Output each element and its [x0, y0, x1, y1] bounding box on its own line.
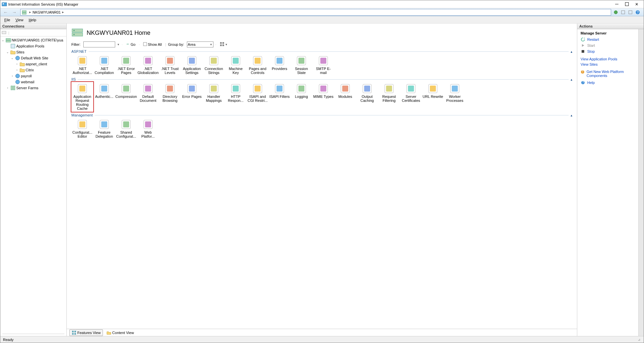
menu-view[interactable]: View	[13, 17, 26, 23]
page-title: NKGWYUANR01 Home	[87, 30, 150, 36]
feature-item[interactable]: URL Rewrite	[422, 82, 444, 100]
feature-item[interactable]: ISAPI Filters	[269, 82, 290, 100]
feature-item[interactable]: Feature Delegation	[93, 118, 115, 140]
feature-item[interactable]: Shared Configurat...	[115, 118, 137, 140]
feature-item[interactable]: Logging	[290, 82, 312, 100]
menu-file[interactable]: File	[2, 17, 13, 23]
group-collapse-button[interactable]: ▴	[571, 78, 572, 81]
feature-label: Machine Key	[225, 67, 246, 75]
feature-item[interactable]: Connection Strings	[203, 54, 225, 76]
addressbar-help-button[interactable]: ?	[634, 9, 641, 15]
path-separator-icon: ▸	[29, 10, 31, 14]
feature-groups: ASP.NET ▴ .NET Authorizat....NET Compila…	[67, 48, 577, 329]
actions-scrollbar[interactable]	[638, 29, 644, 336]
tree-aspnet-client[interactable]: › aspnet_client	[1, 61, 66, 67]
svg-rect-62	[189, 86, 195, 92]
feature-label: Handler Mappings	[203, 95, 224, 103]
tree-expand-icon[interactable]: ⌄	[10, 56, 14, 60]
tree-sites[interactable]: ⌄ Sites	[1, 49, 66, 55]
feature-item[interactable]: .NET Globalization	[137, 54, 159, 76]
tree-citrix[interactable]: › Citrix	[1, 67, 66, 73]
group-collapse-button[interactable]: ▴	[571, 50, 572, 53]
tree-aspnet-client-label: aspnet_client	[26, 62, 47, 66]
feature-item[interactable]: .NET Compilation	[93, 54, 115, 76]
tree-expand-icon[interactable]: ›	[15, 68, 19, 72]
show-all-button[interactable]: Show All	[142, 41, 163, 47]
feature-item[interactable]: HTTP Respon...	[225, 82, 247, 104]
tab-features-view[interactable]: Features View	[69, 329, 103, 336]
tree-expand-icon[interactable]: ⌄	[1, 38, 5, 42]
feature-item[interactable]: Providers	[269, 54, 290, 72]
feature-item[interactable]: Server Certificates	[400, 82, 422, 104]
action-stop[interactable]: Stop	[581, 48, 635, 54]
view-mode-button[interactable]: ▼	[218, 41, 229, 47]
folder-icon	[20, 67, 25, 73]
tree-webmail[interactable]: webmail	[1, 79, 66, 85]
feature-item[interactable]: Modules	[334, 82, 356, 100]
feature-item[interactable]: Request Filtering	[378, 82, 400, 104]
menu-help[interactable]: Help	[26, 17, 39, 23]
feature-item[interactable]: Output Caching	[356, 82, 378, 104]
window-close-button[interactable]	[634, 1, 640, 7]
svg-rect-5	[621, 11, 625, 14]
tree-expand-icon[interactable]: ›	[6, 86, 10, 90]
connections-tool-icon[interactable]	[2, 30, 7, 35]
action-view-sites[interactable]: View Sites	[581, 62, 635, 67]
tree-server-farms[interactable]: › Server Farms	[1, 85, 66, 91]
feature-item[interactable]: Worker Processes	[444, 82, 466, 104]
group-by-dropdown[interactable]: Area ▼	[187, 41, 213, 47]
window-maximize-button[interactable]	[624, 1, 630, 7]
feature-item[interactable]: Compression	[115, 82, 137, 100]
feature-label: Modules	[338, 95, 352, 99]
svg-rect-48	[298, 58, 304, 64]
svg-rect-95	[72, 331, 74, 332]
action-view-app-pools[interactable]: View Application Pools	[581, 56, 635, 62]
svg-rect-46	[277, 58, 282, 64]
feature-item[interactable]: ISAPI and CGI Restri...	[247, 82, 269, 104]
tree-expand-icon[interactable]: ›	[10, 74, 14, 78]
feature-item[interactable]: SMTP E-mail	[312, 54, 334, 76]
feature-item[interactable]: Configurat... Editor	[71, 118, 93, 140]
feature-item[interactable]: Authentic...	[93, 82, 115, 100]
svg-rect-96	[74, 331, 76, 332]
tab-content-view[interactable]: Content View	[104, 329, 136, 336]
feature-item[interactable]: Default Document	[137, 82, 159, 104]
group-management: Management ▴ Configurat... EditorFeature…	[71, 113, 572, 140]
feature-item[interactable]: .NET Authorizat...	[71, 54, 93, 76]
feature-item[interactable]: .NET Trust Levels	[159, 54, 181, 76]
addressbar-tool-1[interactable]	[612, 9, 619, 15]
group-by-value: Area	[188, 42, 196, 46]
feature-item[interactable]: .NET Error Pages	[115, 54, 137, 76]
addressbar-tool-3[interactable]	[627, 9, 634, 15]
feature-item[interactable]: Application Request Routing Cache	[71, 82, 93, 112]
feature-item[interactable]: Application Settings	[181, 54, 203, 76]
tree-server-node[interactable]: ⌄ NKGWYUANR01 (CITRITE\yua	[1, 37, 66, 43]
tree-expand-icon[interactable]: ›	[15, 62, 19, 66]
window-minimize-button[interactable]	[614, 1, 620, 7]
action-help[interactable]: ? Help	[581, 80, 635, 86]
feature-item[interactable]: Web Platfor...	[137, 118, 159, 140]
feature-item[interactable]: Session State	[290, 54, 312, 76]
filter-input[interactable]	[83, 41, 115, 47]
tree-payroll[interactable]: › payroll	[1, 73, 66, 79]
action-get-platform[interactable]: ! Get New Web Platform Components	[581, 69, 635, 78]
feature-item[interactable]: Machine Key	[225, 54, 247, 76]
feature-item[interactable]: Error Pages	[181, 82, 203, 100]
nav-back-button[interactable]	[2, 9, 10, 16]
go-icon	[126, 42, 130, 47]
feature-item[interactable]: Directory Browsing	[159, 82, 181, 104]
feature-item[interactable]: Pages and Controls	[247, 54, 269, 76]
group-collapse-button[interactable]: ▴	[571, 113, 572, 117]
tree-app-pools[interactable]: Application Pools	[1, 43, 66, 49]
nav-forward-button[interactable]	[10, 9, 18, 16]
svg-rect-26	[222, 44, 224, 46]
feature-item[interactable]: Handler Mappings	[203, 82, 225, 104]
feature-label: Application Request Routing Cache	[72, 95, 93, 110]
tree-default-site[interactable]: ⌄ Default Web Site	[1, 55, 66, 61]
addressbar-tool-2[interactable]	[620, 9, 626, 15]
feature-item[interactable]: MIME Types	[312, 82, 334, 100]
tree-expand-icon[interactable]: ⌄	[6, 50, 10, 54]
action-restart[interactable]: Restart	[581, 36, 635, 42]
address-path[interactable]: ▸ NKGWYUANR01 ▸	[20, 9, 611, 16]
go-button[interactable]: Go	[124, 41, 137, 47]
